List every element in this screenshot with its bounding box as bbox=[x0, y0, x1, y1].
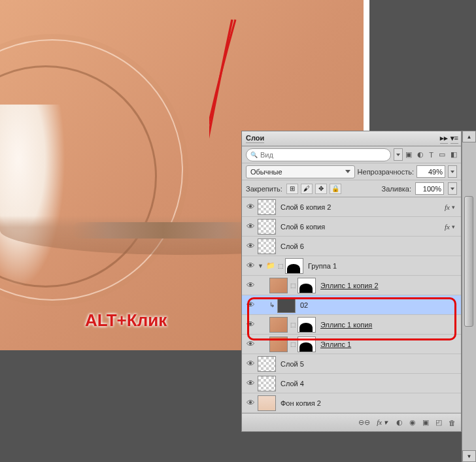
layer-thumbnail[interactable] bbox=[258, 356, 276, 372]
lock-label: Закрепить: bbox=[246, 185, 282, 193]
visibility-toggle-icon[interactable]: 👁 bbox=[245, 299, 256, 311]
link-icon: ⬚ bbox=[290, 282, 297, 289]
delete-layer-icon[interactable]: 🗑 bbox=[449, 419, 456, 427]
effects-badge-icon[interactable]: fx bbox=[445, 203, 450, 211]
visibility-toggle-icon[interactable]: 👁 bbox=[245, 201, 256, 213]
mask-thumbnail[interactable] bbox=[298, 317, 316, 333]
layer-name-label[interactable]: Эллипс 1 копия 2 bbox=[318, 282, 458, 289]
layer-name-label[interactable]: Эллипс 1 копия bbox=[318, 321, 458, 329]
photo-subject bbox=[0, 105, 65, 288]
layer-effects-icon[interactable]: fx ▾ bbox=[377, 418, 388, 427]
layer-thumbnail[interactable] bbox=[258, 376, 276, 391]
layer-name-label[interactable]: Слой 6 копия 2 bbox=[278, 203, 445, 211]
layer-thumbnail[interactable] bbox=[269, 278, 288, 293]
layer-row[interactable]: 👁Слой 6 bbox=[242, 237, 461, 256]
panel-scrollbar[interactable]: ▲ ▼ bbox=[462, 131, 476, 462]
layer-name-label[interactable]: Слой 6 копия bbox=[278, 223, 445, 231]
folder-icon: 📁 bbox=[266, 261, 275, 270]
layer-row[interactable]: 👁Слой 6 копия 2fx▾ bbox=[242, 197, 461, 217]
fill-arrow-button[interactable] bbox=[448, 182, 457, 195]
layer-thumbnail[interactable] bbox=[269, 317, 288, 333]
visibility-toggle-icon[interactable]: 👁 bbox=[245, 338, 256, 350]
filter-adjust-icon[interactable]: ◐ bbox=[417, 150, 424, 159]
link-icon: ⬚ bbox=[290, 322, 297, 328]
effects-expand-icon[interactable]: ▾ bbox=[452, 204, 458, 210]
lock-transparency-icon[interactable]: ⊞ bbox=[286, 184, 298, 194]
visibility-toggle-icon[interactable]: 👁 bbox=[245, 221, 256, 233]
effects-expand-icon[interactable]: ▾ bbox=[452, 223, 458, 230]
group-icon[interactable]: ▣ bbox=[422, 418, 429, 427]
mask-thumbnail[interactable] bbox=[285, 258, 303, 274]
layers-panel: Слои ▸▸ ▾≡ Вид ▣ ◐ T ▭ ◧ Обычные Непрозр… bbox=[241, 131, 462, 432]
effects-badge-icon[interactable]: fx bbox=[445, 223, 450, 231]
filter-smart-icon[interactable]: ◧ bbox=[450, 150, 457, 159]
filter-dropdown-button[interactable] bbox=[394, 148, 403, 161]
layer-name-label[interactable]: Слой 4 bbox=[278, 380, 458, 388]
layers-list: 👁Слой 6 копия 2fx▾👁Слой 6 копияfx▾👁Слой … bbox=[242, 197, 461, 413]
annotation-text: ALT+Клик bbox=[85, 310, 167, 331]
visibility-toggle-icon[interactable]: 👁 bbox=[245, 397, 256, 409]
layer-thumbnail[interactable] bbox=[258, 395, 276, 411]
layer-name-label[interactable]: Группа 1 bbox=[305, 262, 458, 270]
layer-thumbnail[interactable] bbox=[269, 337, 288, 352]
scroll-up-button[interactable]: ▲ bbox=[462, 131, 476, 142]
layer-filter-input[interactable]: Вид bbox=[246, 148, 391, 161]
panel-title: Слои bbox=[246, 134, 264, 143]
filter-image-icon[interactable]: ▣ bbox=[405, 150, 412, 159]
clip-indicator-icon: ↳ bbox=[269, 301, 276, 308]
visibility-toggle-icon[interactable]: 👁 bbox=[245, 378, 256, 389]
opacity-label: Непрозрачность: bbox=[358, 168, 414, 176]
layer-name-label[interactable]: Слой 6 bbox=[278, 242, 458, 250]
opacity-arrow-button[interactable] bbox=[448, 165, 457, 178]
layer-thumbnail[interactable] bbox=[258, 219, 276, 235]
opacity-input[interactable]: 49% bbox=[416, 165, 445, 178]
layer-thumbnail[interactable] bbox=[258, 239, 276, 254]
layer-row[interactable]: 👁▼📁⬚Группа 1 bbox=[242, 256, 461, 276]
panel-collapse-icon[interactable]: ▸▸ bbox=[440, 134, 448, 144]
layer-name-label[interactable]: Фон копия 2 bbox=[278, 399, 458, 407]
annotation-arrow bbox=[209, 16, 242, 232]
lock-paint-icon[interactable]: 🖌 bbox=[301, 184, 313, 194]
group-expand-icon[interactable]: ▼ bbox=[258, 263, 264, 269]
mask-thumbnail[interactable] bbox=[298, 337, 316, 352]
fill-label: Заливка: bbox=[382, 185, 411, 193]
blend-mode-select[interactable]: Обычные bbox=[246, 165, 355, 178]
layer-row[interactable]: 👁Фон копия 2 bbox=[242, 393, 461, 413]
filter-text-icon[interactable]: T bbox=[429, 151, 434, 159]
filter-shape-icon[interactable]: ▭ bbox=[439, 150, 445, 159]
panel-menu-icon[interactable]: ▾≡ bbox=[450, 134, 458, 144]
link-icon: ⬚ bbox=[290, 341, 297, 348]
link-icon: ⬚ bbox=[278, 263, 284, 269]
visibility-toggle-icon[interactable]: 👁 bbox=[245, 280, 256, 291]
filter-icons: ▣ ◐ T ▭ ◧ bbox=[405, 150, 457, 159]
layer-mask-icon[interactable]: ◐ bbox=[396, 418, 403, 427]
layer-row[interactable]: 👁↳02 bbox=[242, 295, 461, 315]
visibility-toggle-icon[interactable]: 👁 bbox=[245, 240, 256, 252]
visibility-toggle-icon[interactable]: 👁 bbox=[245, 260, 256, 272]
new-layer-icon[interactable]: ◰ bbox=[435, 418, 442, 427]
lock-all-icon[interactable]: 🔒 bbox=[330, 184, 341, 194]
panel-header[interactable]: Слои ▸▸ ▾≡ bbox=[242, 131, 461, 146]
panel-footer: ⊖⊖ fx ▾ ◐ ◉ ▣ ◰ 🗑 bbox=[242, 413, 461, 431]
link-layers-icon[interactable]: ⊖⊖ bbox=[358, 418, 370, 427]
visibility-toggle-icon[interactable]: 👁 bbox=[245, 319, 256, 331]
visibility-toggle-icon[interactable]: 👁 bbox=[245, 358, 256, 370]
adjustment-layer-icon[interactable]: ◉ bbox=[409, 418, 416, 427]
layer-row[interactable]: 👁⬚Эллипс 1 bbox=[242, 335, 461, 354]
layer-name-label[interactable]: 02 bbox=[298, 301, 458, 309]
fill-input[interactable]: 100% bbox=[415, 182, 444, 195]
layer-row[interactable]: 👁Слой 5 bbox=[242, 354, 461, 374]
layer-row[interactable]: 👁⬚Эллипс 1 копия bbox=[242, 315, 461, 335]
layer-name-label[interactable]: Слой 5 bbox=[278, 360, 458, 368]
mask-thumbnail[interactable] bbox=[298, 278, 316, 293]
layer-row[interactable]: 👁Слой 6 копияfx▾ bbox=[242, 217, 461, 237]
scroll-thumb[interactable] bbox=[464, 196, 473, 327]
layer-thumbnail[interactable] bbox=[277, 297, 296, 313]
layer-thumbnail[interactable] bbox=[258, 199, 276, 215]
layer-name-label[interactable]: Эллипс 1 bbox=[318, 340, 458, 348]
layer-row[interactable]: 👁⬚Эллипс 1 копия 2 bbox=[242, 276, 461, 295]
lock-position-icon[interactable]: ✥ bbox=[315, 184, 327, 194]
layer-row[interactable]: 👁Слой 4 bbox=[242, 374, 461, 393]
scroll-down-button[interactable]: ▼ bbox=[462, 450, 476, 462]
